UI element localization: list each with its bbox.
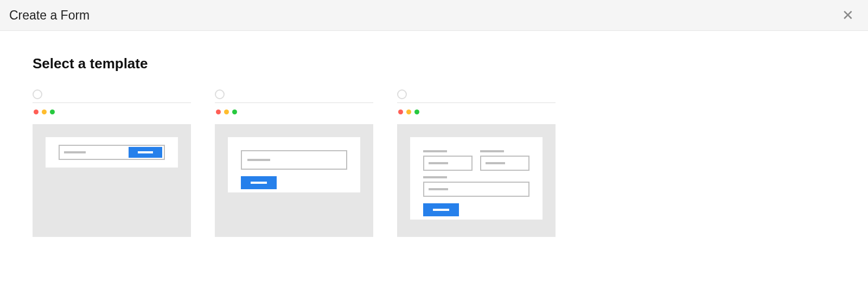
preview-placeholder-line	[486, 162, 505, 164]
card-divider	[33, 102, 191, 103]
card-divider	[397, 102, 556, 103]
templates-row	[33, 89, 835, 237]
preview-submit-button	[423, 203, 459, 216]
traffic-light-yellow-icon	[406, 110, 411, 114]
preview-input-with-button	[59, 145, 165, 160]
radio-icon[interactable]	[397, 89, 407, 99]
preview-button-label-line	[138, 151, 153, 153]
traffic-light-red-icon	[216, 110, 221, 114]
preview-input-field	[423, 182, 529, 197]
section-title: Select a template	[33, 55, 835, 72]
close-icon: ✕	[842, 7, 854, 23]
preview-field-col	[480, 150, 529, 171]
traffic-light-red-icon	[34, 110, 39, 114]
preview-placeholder-line	[429, 188, 448, 190]
template-card-multi-field[interactable]	[397, 89, 556, 237]
preview-field-label-line	[480, 150, 504, 152]
radio-icon[interactable]	[33, 89, 42, 99]
traffic-light-green-icon	[232, 110, 237, 114]
preview-field-label-line	[423, 176, 447, 178]
preview-form	[410, 137, 542, 220]
preview-submit-button	[241, 176, 277, 189]
window-traffic-lights	[215, 110, 373, 114]
preview-placeholder-line	[64, 151, 86, 153]
preview-placeholder-line	[247, 159, 270, 161]
preview-placeholder-line	[429, 162, 448, 164]
template-card-inline-submit[interactable]	[33, 89, 191, 237]
traffic-light-red-icon	[398, 110, 403, 114]
close-button[interactable]: ✕	[840, 6, 856, 24]
traffic-light-yellow-icon	[224, 110, 229, 114]
traffic-light-green-icon	[414, 110, 419, 114]
preview-input-field	[423, 156, 473, 171]
template-preview	[33, 124, 191, 237]
preview-button-label-line	[251, 182, 267, 184]
template-preview	[397, 124, 556, 237]
preview-field-col	[423, 150, 473, 171]
preview-field-label-line	[423, 150, 447, 152]
dialog-title: Create a Form	[9, 8, 90, 23]
preview-input-field	[241, 150, 347, 170]
preview-form	[46, 137, 178, 168]
preview-submit-button	[129, 147, 162, 158]
window-traffic-lights	[33, 110, 191, 114]
template-card-single-field[interactable]	[215, 89, 373, 237]
template-preview	[215, 124, 373, 237]
traffic-light-yellow-icon	[42, 110, 47, 114]
dialog-content: Select a template	[0, 31, 868, 237]
preview-form	[228, 137, 360, 192]
preview-field-full	[423, 176, 529, 197]
preview-field-row	[423, 150, 529, 171]
preview-button-label-line	[433, 209, 449, 211]
traffic-light-green-icon	[50, 110, 55, 114]
dialog-header: Create a Form ✕	[0, 0, 868, 31]
card-divider	[215, 102, 373, 103]
preview-input-field	[480, 156, 529, 171]
window-traffic-lights	[397, 110, 556, 114]
radio-icon[interactable]	[215, 89, 225, 99]
